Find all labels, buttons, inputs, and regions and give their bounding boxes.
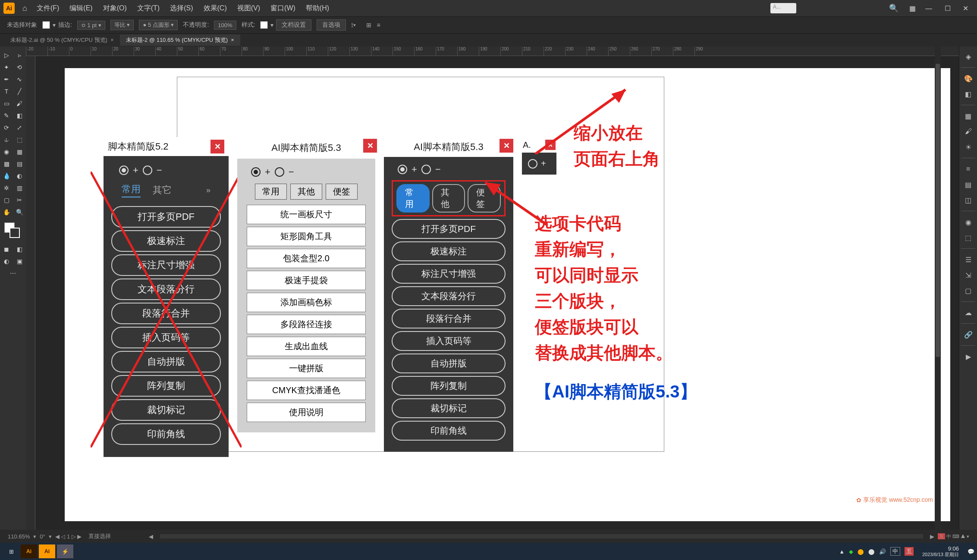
script-button[interactable]: 阵列复制 <box>111 375 221 397</box>
brush-dropdown[interactable]: ● 5 点圆形 ▾ <box>139 20 178 30</box>
script-button[interactable]: 矩形圆角工具 <box>247 227 366 246</box>
taskbar-app-other[interactable]: ⚡ <box>57 544 73 558</box>
opacity-input[interactable]: 100% <box>214 21 236 30</box>
layers-icon[interactable]: ☰ <box>962 253 975 266</box>
panel-toggle-icon[interactable]: ⊞ <box>366 22 371 28</box>
graph-tool[interactable]: ▥ <box>13 182 26 194</box>
panel-tab[interactable]: 常用 <box>255 184 287 200</box>
tab-other[interactable]: 其它 <box>153 184 172 197</box>
script-button[interactable]: 极速标注 <box>392 241 506 261</box>
canvas[interactable]: -20-100102030405060708090100110120130140… <box>26 47 959 530</box>
properties-icon[interactable]: ◈ <box>962 50 975 63</box>
radio-unselected-icon[interactable] <box>275 167 284 177</box>
tray-icon[interactable]: ◆ <box>849 548 853 555</box>
brush-tool[interactable]: 🖌 <box>13 97 26 109</box>
script-button[interactable]: CMYK查找潘通色 <box>247 381 366 400</box>
notifications-icon[interactable]: 💬 <box>968 548 974 555</box>
radio-selected-icon[interactable] <box>119 166 129 175</box>
doc-tab-2[interactable]: 未标题-2 @ 110.65 % (CMYK/CPU 预览) × <box>120 34 240 46</box>
script-button[interactable]: 自动拼版 <box>111 351 221 372</box>
stroke-weight-input[interactable]: ≎ 1 pt ▾ <box>77 21 105 30</box>
script-button[interactable]: 插入页码等 <box>392 331 506 351</box>
gradient-mode-icon[interactable]: ◧ <box>13 243 26 255</box>
panel-tab[interactable]: 常用 <box>396 184 430 213</box>
close-icon[interactable]: ✕ <box>363 139 377 153</box>
magic-wand-tool[interactable]: ✦ <box>0 61 13 73</box>
doc-setup-button[interactable]: 文档设置 <box>276 19 311 31</box>
slice-tool[interactable]: ✂ <box>13 194 26 206</box>
panel-tab[interactable]: 便签 <box>326 184 358 200</box>
selection-tool[interactable]: ▷ <box>0 49 13 61</box>
links-icon[interactable]: 🔗 <box>962 328 975 341</box>
graphic-styles-icon[interactable]: ⬚ <box>962 231 975 244</box>
shaper-tool[interactable]: ✎ <box>0 109 13 122</box>
close-icon[interactable]: ✕ <box>499 139 513 153</box>
eyedropper-tool[interactable]: 💧 <box>0 170 13 182</box>
menu-type[interactable]: 文字(T) <box>137 4 160 13</box>
symbols-icon[interactable]: ☀ <box>962 141 975 153</box>
zoom-level[interactable]: 110.65% <box>8 533 30 540</box>
menu-object[interactable]: 对象(O) <box>103 4 127 13</box>
radio-unselected-icon[interactable] <box>143 166 152 175</box>
menu-help[interactable]: 帮助(H) <box>306 4 329 13</box>
script-button[interactable]: 添加画稿色标 <box>247 293 366 312</box>
fill-swatch[interactable] <box>42 21 50 29</box>
libraries-icon[interactable]: ☁ <box>962 306 975 319</box>
script-button[interactable]: 阵列复制 <box>392 376 506 396</box>
direct-select-tool[interactable]: ▹ <box>13 49 26 61</box>
script-button[interactable]: 生成出血线 <box>247 337 366 356</box>
script-button[interactable]: 包装盒型2.0 <box>247 249 366 268</box>
panel-menu-icon[interactable]: ≡ <box>377 22 380 28</box>
script-button[interactable]: 裁切标记 <box>392 398 506 418</box>
stroke-color[interactable] <box>9 228 20 238</box>
free-transform-tool[interactable]: ⬚ <box>13 134 26 146</box>
draw-mode-icon[interactable]: ◐ <box>0 255 13 267</box>
appearance-icon[interactable]: ◉ <box>962 216 975 228</box>
color-guide-icon[interactable]: ◧ <box>962 88 975 100</box>
symbol-spray-tool[interactable]: ✲ <box>0 182 13 194</box>
start-button[interactable]: ⊞ <box>3 544 20 558</box>
script-button[interactable]: 段落行合并 <box>111 303 221 324</box>
script-button[interactable]: 多段路径连接 <box>247 315 366 334</box>
menu-select[interactable]: 选择(S) <box>170 4 193 13</box>
uniform-dropdown[interactable]: 等比 ▾ <box>110 20 134 30</box>
close-button[interactable]: ✕ <box>963 5 968 12</box>
taskbar-app-ai-1[interactable]: Ai <box>21 544 37 558</box>
radio-unselected-icon[interactable] <box>421 165 431 174</box>
rect-tool[interactable]: ▭ <box>0 97 13 109</box>
menu-effect[interactable]: 效果(C) <box>204 4 227 13</box>
radio-selected-icon[interactable] <box>398 165 407 174</box>
doc-tab-1[interactable]: 未标题-2.ai @ 50 % (CMYK/CPU 预览) × <box>4 34 120 46</box>
tray-volume-icon[interactable]: 🔊 <box>879 548 886 555</box>
script-button[interactable]: 标注尺寸增强 <box>392 264 506 284</box>
script-button[interactable]: 极速手提袋 <box>247 271 366 290</box>
radio-icon[interactable] <box>528 159 537 169</box>
panel-tab[interactable]: 其他 <box>432 184 465 213</box>
mesh-tool[interactable]: ▩ <box>0 158 13 170</box>
taskbar-clock[interactable]: 9:06 2023/8/13 星期日 <box>922 545 959 558</box>
rotate-tool[interactable]: ⟳ <box>0 122 13 134</box>
tray-icon[interactable]: ⬤ <box>868 548 875 555</box>
lasso-tool[interactable]: ⟲ <box>13 61 26 73</box>
chevron-right-icon[interactable]: » <box>206 186 210 195</box>
panel-tab[interactable]: 便签 <box>468 184 501 213</box>
scrollbar-vertical[interactable] <box>935 47 941 530</box>
taskbar-app-ai-2[interactable]: Ai <box>39 544 55 558</box>
scroll-left-icon[interactable]: ◀ <box>149 533 153 540</box>
script-button[interactable]: 标注尺寸增强 <box>111 254 221 276</box>
close-icon[interactable]: ✕ <box>545 140 556 150</box>
tray-ime-icon[interactable]: 中 <box>890 547 900 556</box>
menu-view[interactable]: 视图(V) <box>237 4 260 13</box>
fill-stroke-control[interactable] <box>4 222 22 240</box>
color-icon[interactable]: 🎨 <box>962 72 975 85</box>
artboard-nav[interactable]: ◀ ◁ 1 ▷ ▶ <box>55 533 82 540</box>
screen-mode-icon[interactable]: ▣ <box>13 255 26 267</box>
menu-edit[interactable]: 编辑(E) <box>69 4 92 13</box>
scrollbar-horizontal[interactable] <box>160 534 923 538</box>
script-button[interactable]: 统一画板尺寸 <box>247 205 366 224</box>
search-icon[interactable]: 🔍 <box>889 3 898 13</box>
width-tool[interactable]: ⫝ <box>0 134 13 146</box>
color-mode-icon[interactable]: ◼ <box>0 243 13 255</box>
brushes-icon[interactable]: 🖌 <box>962 125 975 138</box>
line-tool[interactable]: ╱ <box>13 85 26 97</box>
